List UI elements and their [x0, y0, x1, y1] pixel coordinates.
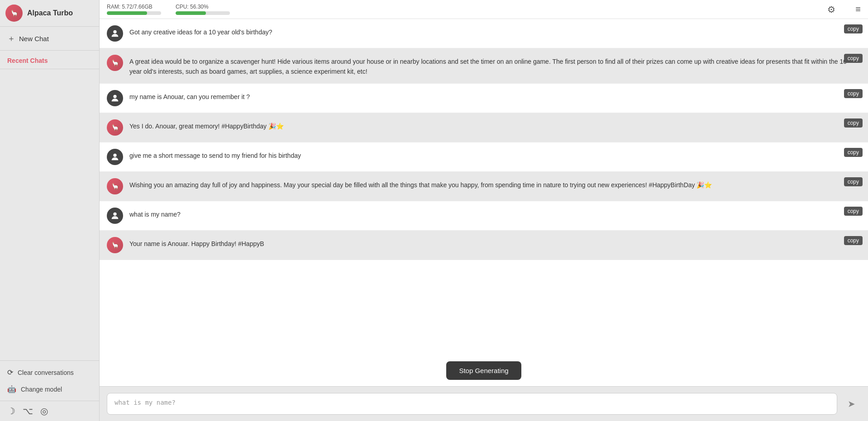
- chat-area: Got any creative ideas for a 10 year old…: [100, 19, 868, 355]
- app-logo: 🦙: [5, 5, 23, 22]
- clear-conversations-label: Clear conversations: [18, 369, 74, 376]
- clear-conversations-button[interactable]: ⟳ Clear conversations: [7, 366, 92, 378]
- cpu-resource: CPU: 56.30%: [176, 4, 230, 15]
- change-model-label: Change model: [21, 386, 62, 393]
- stop-area: Stop Generating: [100, 355, 868, 386]
- sidebar: 🦙 Alpaca Turbo ＋ New Chat Recent Chats ⟳…: [0, 0, 100, 421]
- topbar: RAM: 5.72/7.66GB CPU: 56.30% ⚙ ≡: [100, 0, 868, 19]
- svg-point-1: [113, 95, 116, 98]
- send-button[interactable]: ➤: [842, 394, 861, 413]
- svg-point-2: [113, 153, 116, 156]
- message-row: 🦙Yes I do. Anouar, great memory! #HappyB…: [100, 113, 868, 142]
- message-content: Yes I do. Anouar, great memory! #HappyBi…: [129, 119, 861, 131]
- svg-point-0: [113, 30, 116, 33]
- discord-icon[interactable]: ◎: [40, 406, 48, 416]
- copy-button[interactable]: copy: [844, 24, 863, 33]
- copy-button[interactable]: copy: [844, 89, 863, 98]
- avatar: 🦙: [107, 237, 123, 253]
- settings-icon[interactable]: ⚙: [827, 4, 835, 15]
- message-content: Your name is Anouar. Happy Birthday! #Ha…: [129, 237, 861, 249]
- avatar: [107, 25, 123, 42]
- sidebar-icons: ☽ ⌥ ◎: [0, 401, 99, 421]
- avatar: [107, 208, 123, 224]
- send-icon: ➤: [848, 398, 855, 409]
- message-row: Got any creative ideas for a 10 year old…: [100, 19, 868, 48]
- sidebar-footer: ⟳ Clear conversations 🤖 Change model: [0, 360, 99, 401]
- message-content: what is my name?: [129, 208, 861, 219]
- app-title: Alpaca Turbo: [27, 9, 73, 17]
- message-row: 🦙A great idea would be to organize a sca…: [100, 48, 868, 84]
- theme-toggle-icon[interactable]: ☽: [7, 406, 15, 416]
- copy-button[interactable]: copy: [844, 148, 863, 157]
- ram-progress-bg: [107, 11, 161, 15]
- copy-button[interactable]: copy: [844, 54, 863, 63]
- sidebar-header: 🦙 Alpaca Turbo: [0, 0, 99, 27]
- cpu-progress-bg: [176, 11, 230, 15]
- input-area: ➤: [100, 386, 868, 421]
- copy-button[interactable]: copy: [844, 118, 863, 128]
- avatar: 🦙: [107, 178, 123, 194]
- cpu-progress-fill: [176, 11, 206, 15]
- filter-icon[interactable]: ≡: [855, 4, 861, 14]
- cpu-label: CPU: 56.30%: [176, 4, 230, 10]
- avatar: 🦙: [107, 55, 123, 71]
- ram-progress-fill: [107, 11, 147, 15]
- avatar: [107, 149, 123, 165]
- avatar: [107, 90, 123, 106]
- ram-label: RAM: 5.72/7.66GB: [107, 4, 161, 10]
- change-model-button[interactable]: 🤖 Change model: [7, 383, 92, 395]
- message-content: A great idea would be to organize a scav…: [129, 55, 861, 77]
- ram-resource: RAM: 5.72/7.66GB: [107, 4, 161, 15]
- message-row: what is my name?copy: [100, 201, 868, 231]
- message-row: 🦙Your name is Anouar. Happy Birthday! #H…: [100, 231, 868, 260]
- main-panel: RAM: 5.72/7.66GB CPU: 56.30% ⚙ ≡ Got any…: [100, 0, 868, 421]
- message-row: 🦙Wishing you an amazing day full of joy …: [100, 172, 868, 201]
- clear-icon: ⟳: [7, 368, 13, 377]
- message-content: Wishing you an amazing day full of joy a…: [129, 178, 861, 190]
- new-chat-label: New Chat: [19, 35, 49, 43]
- copy-button[interactable]: copy: [844, 236, 863, 245]
- stop-generating-button[interactable]: Stop Generating: [446, 361, 521, 380]
- sidebar-spacer: [0, 69, 99, 360]
- model-icon: 🤖: [7, 385, 16, 393]
- svg-point-3: [113, 212, 116, 215]
- message-row: give me a short message to send to my fr…: [100, 142, 868, 172]
- copy-button[interactable]: copy: [844, 177, 863, 186]
- new-chat-button[interactable]: ＋ New Chat: [0, 27, 99, 51]
- app-logo-text: 🦙: [10, 9, 18, 17]
- message-content: Got any creative ideas for a 10 year old…: [129, 25, 861, 37]
- github-icon[interactable]: ⌥: [23, 406, 33, 416]
- message-content: my name is Anouar, can you remember it ?: [129, 90, 861, 102]
- avatar: 🦙: [107, 119, 123, 136]
- message-content: give me a short message to send to my fr…: [129, 149, 861, 161]
- recent-chats-label: Recent Chats: [0, 51, 99, 69]
- plus-icon: ＋: [7, 33, 15, 44]
- chat-input[interactable]: [107, 393, 837, 415]
- message-row: my name is Anouar, can you remember it ?…: [100, 84, 868, 113]
- copy-button[interactable]: copy: [844, 207, 863, 216]
